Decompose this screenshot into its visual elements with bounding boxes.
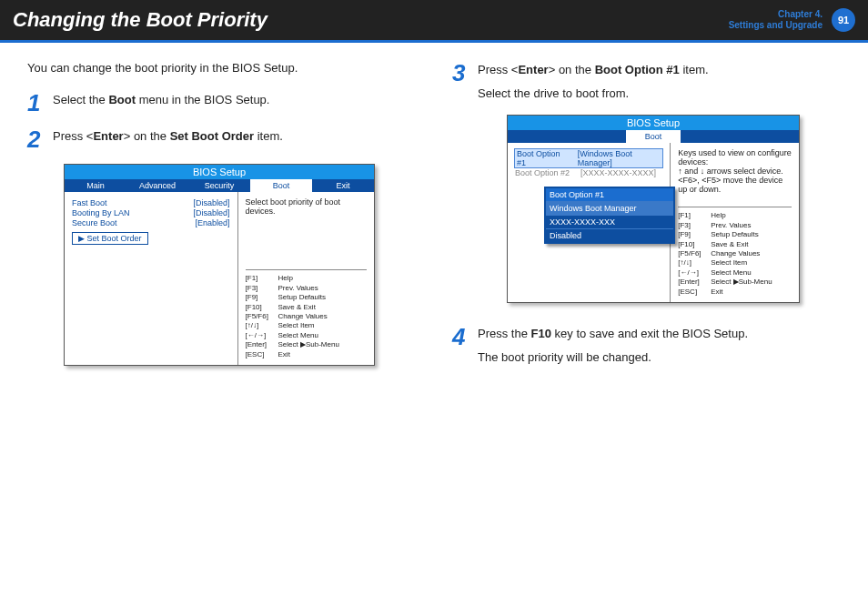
popup-item-xxxx[interactable]: XXXX-XXXX-XXX [546, 215, 673, 228]
step-3-number: 3 [452, 61, 469, 102]
key-f9: [F9] [246, 293, 278, 302]
step-4: 4 Press the F10 key to save and exit the… [452, 325, 841, 366]
b2-key-esc-v: Exit [711, 288, 792, 297]
popup-item-windows[interactable]: Windows Boot Manager [546, 201, 673, 215]
setting-lan-key: Booting By LAN [72, 208, 130, 217]
bios2-description: Keys used to view on configure devices: … [678, 148, 792, 207]
step-3-bold2: Boot Option #1 [595, 63, 680, 76]
boot-option-1-key: Boot Option #1 [517, 149, 567, 167]
step-3-bold1: Enter [518, 63, 548, 76]
bios1-keyhelp: [F1]Help [F3]Prev. Values [F9]Setup Defa… [246, 269, 367, 359]
bios1-tabs: Main Advanced Security Boot Exit [65, 179, 374, 192]
boot-option-2-val: [XXXX-XXXX-XXXX] [580, 168, 656, 177]
bios2-tabs: Boot [508, 130, 799, 143]
b2-key-f9-v: Setup Defaults [711, 230, 792, 239]
step-1-post: menu in the BIOS Setup. [136, 93, 269, 106]
step-3-line2: Select the drive to boot from. [478, 85, 709, 103]
boot-option-2-key: Boot Option #2 [515, 168, 570, 177]
step-4-post: key to save and exit the BIOS Setup. [551, 327, 748, 340]
bios2-tab-boot[interactable]: Boot [626, 130, 681, 143]
b2-key-leftright: [←/→] [678, 268, 711, 278]
step-2-pre: Press < [53, 129, 93, 143]
setting-fastboot-val: [Disabled] [193, 198, 229, 207]
key-enter: [Enter] [246, 340, 278, 349]
setting-lanboot[interactable]: Booting By LAN[Disabled] [72, 208, 230, 217]
step-2-post: item. [254, 129, 283, 143]
tab-security[interactable]: Security [188, 179, 250, 192]
step-4-number: 4 [452, 325, 469, 366]
bios1-description: Select boot priority of boot devices. [246, 197, 367, 269]
key-esc: [ESC] [246, 350, 278, 359]
b2-key-f10: [F10] [678, 240, 711, 249]
chapter-line1: Chapter 4. [729, 9, 823, 20]
bios2-title: BIOS Setup [508, 116, 799, 130]
key-leftright: [←/→] [246, 331, 278, 340]
page-header: Changing the Boot Priority Chapter 4. Se… [0, 0, 868, 40]
set-boot-order-item[interactable]: ▶ Set Boot Order [72, 232, 148, 245]
chapter-line2: Settings and Upgrade [729, 20, 823, 31]
step-2-bold2: Set Boot Order [170, 129, 254, 143]
bios2-right-panel: Keys used to view on configure devices: … [670, 143, 799, 302]
page-number-badge: 91 [832, 8, 855, 32]
setting-secure-key: Secure Boot [72, 218, 117, 227]
setting-fastboot[interactable]: Fast Boot[Disabled] [72, 198, 230, 207]
step-3: 3 Press <Enter> on the Boot Option #1 it… [452, 61, 841, 102]
b2-key-enter-v: Select ▶Sub-Menu [711, 278, 792, 287]
b2-key-f1-v: Help [711, 211, 792, 220]
boot-option-2[interactable]: Boot Option #2[XXXX-XXXX-XXXX] [515, 168, 662, 177]
b2-key-esc: [ESC] [678, 288, 711, 297]
setting-secureboot[interactable]: Secure Boot[Enabled] [72, 218, 230, 227]
bios1-right-panel: Select boot priority of boot devices. [F… [237, 192, 374, 365]
step-2-number: 2 [27, 127, 44, 151]
left-column: You can change the boot priority in the … [27, 61, 416, 379]
b2-key-updown: [↑/↓] [678, 258, 711, 268]
key-f5f6-v: Change Values [278, 312, 367, 321]
key-updown-v: Select Item [278, 321, 367, 330]
bios2-keyhelp: [F1]Help [F3]Prev. Values [F9]Setup Defa… [678, 207, 792, 297]
step-2-text: Press <Enter> on the Set Boot Order item… [53, 127, 283, 151]
key-esc-v: Exit [278, 350, 367, 359]
key-f1: [F1] [246, 274, 278, 283]
page-title: Changing the Boot Priority [13, 8, 267, 32]
key-enter-v: Select ▶Sub-Menu [278, 340, 367, 349]
step-1-number: 1 [27, 91, 44, 115]
bios-screenshot-2: BIOS Setup Boot Boot Option #1[Windows B… [507, 115, 800, 303]
b2-key-f3-v: Prev. Values [711, 221, 792, 230]
key-leftright-v: Select Menu [278, 331, 367, 340]
setting-lan-val: [Disabled] [193, 208, 229, 217]
setting-fastboot-key: Fast Boot [72, 198, 107, 207]
tab-boot[interactable]: Boot [250, 179, 312, 192]
b2-key-f5f6: [F5/F6] [678, 249, 711, 258]
step-3-mid: > on the [549, 63, 595, 76]
tab-advanced[interactable]: Advanced [126, 179, 188, 192]
boot-option-1-val: [Windows Boot Manager] [578, 149, 661, 167]
key-f5f6: [F5/F6] [246, 312, 278, 321]
step-2-bold1: Enter [93, 129, 123, 143]
step-3-text: Press <Enter> on the Boot Option #1 item… [478, 61, 709, 102]
step-4-pre: Press the [478, 327, 531, 340]
popup-item-disabled[interactable]: Disabled [546, 228, 673, 242]
key-f10-v: Save & Exit [278, 303, 367, 312]
right-column: 3 Press <Enter> on the Boot Option #1 it… [452, 61, 841, 379]
key-f9-v: Setup Defaults [278, 293, 367, 302]
setting-secure-val: [Enabled] [195, 218, 229, 227]
step-1-text: Select the Boot menu in the BIOS Setup. [53, 91, 269, 115]
tab-main[interactable]: Main [65, 179, 126, 192]
step-1-bold: Boot [108, 93, 136, 106]
step-3-pre: Press < [478, 63, 518, 76]
step-2: 2 Press <Enter> on the Set Boot Order it… [27, 127, 416, 151]
b2-key-f3: [F3] [678, 221, 711, 230]
boot-option-popup: Boot Option #1 Windows Boot Manager XXXX… [544, 187, 675, 244]
bios2-left-panel: Boot Option #1[Windows Boot Manager] Boo… [508, 143, 670, 302]
boot-option-1[interactable]: Boot Option #1[Windows Boot Manager] [515, 149, 662, 167]
chapter-block: Chapter 4. Settings and Upgrade 91 [729, 8, 855, 32]
b2-key-f1: [F1] [678, 211, 711, 220]
key-f1-v: Help [278, 274, 367, 283]
step-4-text: Press the F10 key to save and exit the B… [478, 325, 748, 366]
b2-key-leftright-v: Select Menu [711, 268, 792, 278]
tab-exit[interactable]: Exit [312, 179, 374, 192]
key-f10: [F10] [246, 303, 278, 312]
chapter-text: Chapter 4. Settings and Upgrade [729, 9, 823, 31]
key-f3-v: Prev. Values [278, 284, 367, 293]
key-updown: [↑/↓] [246, 321, 278, 330]
